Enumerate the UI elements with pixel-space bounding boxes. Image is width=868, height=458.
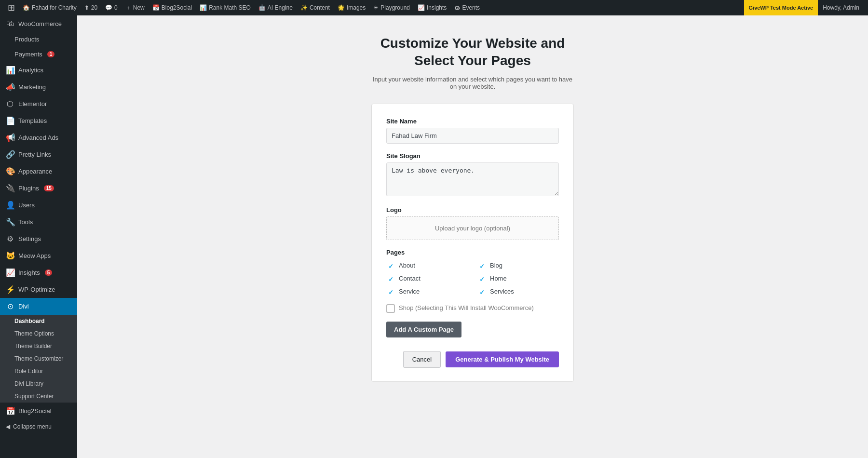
submenu-divi-library[interactable]: Divi Library — [0, 377, 77, 390]
page-item-services[interactable]: ✓ Services — [477, 288, 559, 297]
add-custom-page-button[interactable]: Add A Custom Page — [386, 322, 461, 337]
adminbar-images[interactable]: 🌟 Images — [334, 0, 369, 15]
sidebar-item-insights[interactable]: 📈 Insights 5 — [0, 264, 77, 281]
pages-section: Pages ✓ About ✓ Blog — [386, 249, 559, 313]
divi-submenu: Dashboard Theme Options Theme Builder Th… — [0, 315, 77, 403]
about-checkbox[interactable]: ✓ — [386, 262, 395, 271]
cancel-button[interactable]: Cancel — [403, 351, 441, 368]
page-item-contact[interactable]: ✓ Contact — [386, 275, 468, 284]
page-blog-label: Blog — [490, 262, 502, 269]
blog2social-icon: 📅 — [6, 406, 14, 416]
logo-group: Logo Upload your logo (optional) — [386, 206, 559, 240]
sidebar: 🛍 WooCommerce Products Payments 1 📊 Anal… — [0, 15, 77, 458]
sidebar-item-analytics[interactable]: 📊 Analytics — [0, 62, 77, 79]
collapse-menu[interactable]: ◀ Collapse menu — [0, 419, 77, 434]
service-checkbox[interactable]: ✓ — [386, 288, 395, 297]
page-home-label: Home — [490, 275, 507, 282]
sidebar-item-meow-apps[interactable]: 🐱 Meow Apps — [0, 247, 77, 264]
adminbar-site-name[interactable]: 🏠 Fahad for Charity — [19, 0, 81, 15]
submenu-role-editor[interactable]: Role Editor — [0, 365, 77, 377]
givewp-badge[interactable]: GiveWP Test Mode Active — [744, 0, 818, 15]
marketing-icon: 📣 — [6, 82, 14, 92]
page-about-label: About — [399, 262, 415, 269]
sidebar-item-tools[interactable]: 🔧 Tools — [0, 214, 77, 230]
page-heading: Customize Your Website and Select Your P… — [380, 35, 565, 70]
page-item-blog[interactable]: ✓ Blog — [477, 262, 559, 271]
wizard-actions: Cancel Generate & Publish My Website — [386, 351, 559, 368]
adminbar-insights[interactable]: 📈 Insights — [414, 0, 450, 15]
divi-icon: ⊙ — [6, 302, 14, 311]
wizard-card: Site Name Site Slogan Logo Upload your l… — [371, 104, 574, 382]
adminbar-playground[interactable]: ☀ Playground — [369, 0, 414, 15]
shop-row[interactable]: Shop (Selecting This Will Install WooCom… — [386, 304, 559, 313]
submenu-dashboard[interactable]: Dashboard — [0, 315, 77, 327]
page-contact-label: Contact — [399, 275, 420, 282]
sidebar-item-plugins[interactable]: 🔌 Plugins 15 — [0, 180, 77, 197]
sidebar-item-payments[interactable]: Payments 1 — [0, 47, 77, 62]
adminbar-content[interactable]: ✨ Content — [297, 0, 334, 15]
site-name-input[interactable] — [386, 128, 559, 144]
plugins-icon: 🔌 — [6, 184, 14, 193]
sidebar-item-elementor[interactable]: ⬡ Elementor — [0, 95, 77, 112]
shop-checkbox[interactable] — [386, 304, 395, 313]
logo-upload-button[interactable]: Upload your logo (optional) — [386, 216, 559, 240]
page-item-about[interactable]: ✓ About — [386, 262, 468, 271]
site-name-group: Site Name — [386, 118, 559, 144]
sidebar-item-blog2social[interactable]: 📅 Blog2Social — [0, 403, 77, 419]
page-item-service[interactable]: ✓ Service — [386, 288, 468, 297]
adminbar-howdy[interactable]: Howdy, Admin — [818, 0, 864, 15]
sidebar-item-advanced-ads[interactable]: 📢 Advanced Ads — [0, 129, 77, 146]
insights-icon: 📈 — [6, 268, 14, 277]
page-item-home[interactable]: ✓ Home — [477, 275, 559, 284]
sidebar-item-settings[interactable]: ⚙ Settings — [0, 230, 77, 247]
pages-label: Pages — [386, 249, 559, 256]
sidebar-item-woocommerce[interactable]: 🛍 WooCommerce — [0, 15, 77, 32]
contact-checkmark-icon: ✓ — [388, 276, 393, 283]
advanced-ads-icon: 📢 — [6, 133, 14, 142]
adminbar-wp-logo[interactable]: ⊞ — [4, 0, 19, 15]
pages-grid: ✓ About ✓ Blog ✓ — [386, 262, 559, 297]
appearance-icon: 🎨 — [6, 167, 14, 176]
blog-checkmark-icon: ✓ — [479, 263, 485, 270]
adminbar-events[interactable]: 🎟 Events — [450, 0, 484, 15]
page-service-label: Service — [399, 288, 420, 295]
page-subheading: Input your website information and selec… — [371, 76, 574, 90]
sidebar-item-divi[interactable]: ⊙ Divi — [0, 298, 77, 315]
submenu-theme-customizer[interactable]: Theme Customizer — [0, 352, 77, 365]
elementor-icon: ⬡ — [6, 99, 14, 108]
sidebar-item-marketing[interactable]: 📣 Marketing — [0, 79, 77, 95]
submenu-support-center[interactable]: Support Center — [0, 390, 77, 403]
services-checkbox[interactable]: ✓ — [477, 288, 486, 297]
sidebar-item-products[interactable]: Products — [0, 32, 77, 47]
site-name-label: Site Name — [386, 118, 559, 125]
pretty-links-icon: 🔗 — [6, 150, 14, 159]
sidebar-item-wp-optimize[interactable]: ⚡ WP-Optimize — [0, 281, 77, 298]
adminbar-comments[interactable]: 💬 0 — [101, 0, 122, 15]
about-checkmark-icon: ✓ — [388, 263, 393, 270]
meow-apps-icon: 🐱 — [6, 251, 14, 260]
tools-icon: 🔧 — [6, 217, 14, 227]
adminbar-ai-engine[interactable]: 🤖 AI Engine — [255, 0, 297, 15]
collapse-arrow-icon: ◀ — [6, 423, 10, 430]
adminbar-new[interactable]: ＋ New — [122, 0, 149, 15]
adminbar-right: GiveWP Test Mode Active Howdy, Admin — [744, 0, 864, 15]
sidebar-item-pretty-links[interactable]: 🔗 Pretty Links — [0, 146, 77, 163]
blog-checkbox[interactable]: ✓ — [477, 262, 486, 271]
site-slogan-input[interactable] — [386, 162, 559, 196]
adminbar-updates[interactable]: ⬆ 20 — [81, 0, 101, 15]
site-slogan-label: Site Slogan — [386, 152, 559, 160]
users-icon: 👤 — [6, 201, 14, 210]
contact-checkbox[interactable]: ✓ — [386, 275, 395, 284]
generate-publish-button[interactable]: Generate & Publish My Website — [446, 351, 559, 367]
adminbar-blog2social[interactable]: 📅 Blog2Social — [149, 0, 196, 15]
home-checkbox[interactable]: ✓ — [477, 275, 486, 284]
sidebar-item-appearance[interactable]: 🎨 Appearance — [0, 163, 77, 180]
insights-badge: 5 — [45, 269, 53, 276]
adminbar-rank-math[interactable]: 📊 Rank Math SEO — [196, 0, 255, 15]
sidebar-item-users[interactable]: 👤 Users — [0, 197, 77, 214]
payments-badge: 1 — [47, 51, 55, 57]
page-title: Customize Your Website and Select Your P… — [380, 35, 565, 70]
submenu-theme-builder[interactable]: Theme Builder — [0, 340, 77, 352]
sidebar-item-templates[interactable]: 📄 Templates — [0, 112, 77, 129]
submenu-theme-options[interactable]: Theme Options — [0, 327, 77, 340]
